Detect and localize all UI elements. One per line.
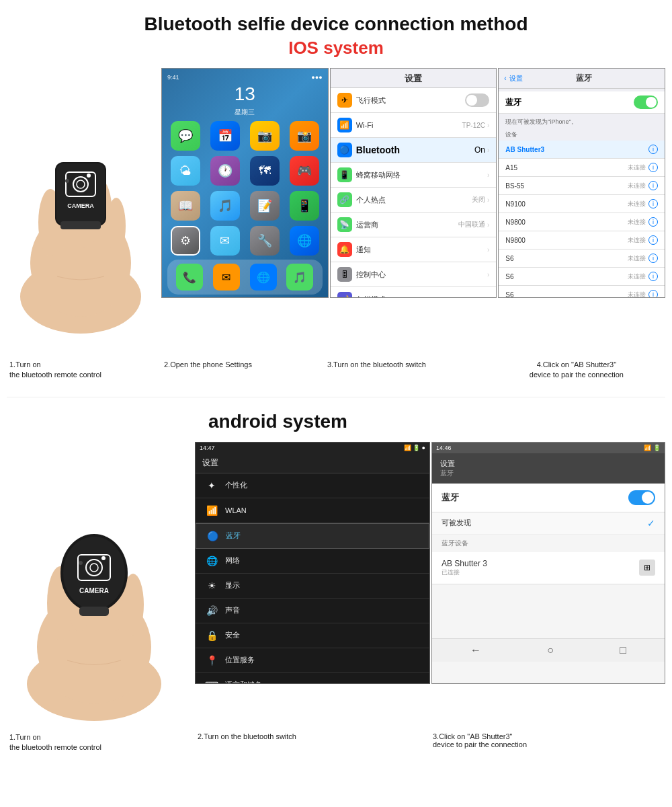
bt-back-label[interactable]: 设置 — [509, 74, 559, 83]
bt-n9800a-info[interactable]: i — [648, 217, 658, 227]
bt-main-toggle[interactable] — [634, 95, 658, 109]
android-bt-nav-home[interactable]: ○ — [547, 644, 554, 656]
settings-wifi[interactable]: 📶 Wi-Fi TP-12C › — [331, 113, 497, 138]
bt-device-bs55[interactable]: BS-55 未连接 i — [499, 177, 665, 195]
android-bt-nav-recent[interactable]: □ — [620, 644, 626, 656]
android-bt-ab-info: AB Shutter 3 已连接 — [442, 559, 639, 577]
android-bt-time: 14:46 — [436, 445, 452, 451]
android-row-sound[interactable]: 🔊 声音 — [196, 599, 429, 623]
app-music[interactable]: 🎵 — [210, 191, 240, 221]
bt-s6c-info[interactable]: i — [648, 290, 658, 297]
app-camera[interactable]: 📸 — [290, 121, 319, 151]
settings-notif[interactable]: 🔔 通知 › — [331, 237, 497, 262]
android-step1-line2: the bluetooth remote control — [9, 743, 101, 751]
dock-phone[interactable]: 📞 — [176, 264, 203, 291]
settings-bluetooth[interactable]: 🔵 Bluetooth On › — [331, 138, 497, 163]
carrier-label: 运营商 — [356, 220, 458, 230]
bt-main-toggle-row[interactable]: 蓝牙 — [499, 91, 665, 114]
settings-carrier[interactable]: 📡 运营商 中国联通 › — [331, 213, 497, 237]
android-bt-main-toggle[interactable] — [628, 490, 655, 505]
settings-control[interactable]: 🎛 控制中心 › — [331, 262, 497, 287]
settings-airplane[interactable]: ✈ 飞行模式 — [331, 88, 497, 113]
android-row-language[interactable]: ⌨ 语言和键盘 — [196, 673, 429, 684]
bt-a15-info[interactable]: i — [648, 163, 658, 172]
android-row-wlan[interactable]: 📶 WLAN — [196, 498, 429, 523]
bt-device-n9800b[interactable]: N9800 未连接 i — [499, 231, 665, 249]
app-game[interactable]: 🎮 — [290, 156, 319, 186]
settings-dnd[interactable]: 🌙 勿扰模式 › — [331, 287, 497, 297]
ios-step1-line2: the bluetooth remote control — [9, 371, 101, 379]
app-calendar[interactable]: 📅 — [210, 121, 240, 151]
android-row-display[interactable]: ☀ 显示 — [196, 574, 429, 599]
bt-n9800b-info[interactable]: i — [648, 235, 658, 245]
app-clock[interactable]: 🕐 — [210, 156, 240, 186]
notif-chevron: › — [487, 246, 489, 254]
app-messages[interactable]: 💬 — [171, 121, 200, 151]
bt-row-label: 蓝牙 — [226, 531, 241, 541]
app-mail[interactable]: ✉ — [210, 226, 240, 256]
mobile-icon: 📱 — [337, 167, 352, 182]
android-row-security[interactable]: 🔒 安全 — [196, 623, 429, 648]
bt-device-a15[interactable]: A15 未连接 i — [499, 159, 665, 177]
bluetooth-icon: 🔵 — [337, 143, 352, 157]
ios-hand-svg: CAMERA — [7, 68, 155, 337]
android-bt-nav-bar: ← ○ □ — [432, 638, 665, 662]
bt-bs55-info[interactable]: i — [648, 181, 658, 190]
app-extra2[interactable]: 🌐 — [290, 226, 319, 256]
settings-mobile[interactable]: 📱 蜂窝移动网络 › — [331, 163, 497, 188]
dock-safari[interactable]: 🌐 — [250, 264, 277, 291]
page-container: Bluetooth selfie device connection metho… — [0, 0, 672, 776]
android-settings-title: 设置 — [202, 458, 218, 467]
bt-n9100-info[interactable]: i — [648, 199, 658, 208]
android-bt-device-ab-shutter3[interactable]: AB Shutter 3 已连接 ⊞ — [432, 552, 665, 584]
airplane-toggle[interactable] — [465, 93, 489, 107]
android-step3-line2: device to pair the connection — [433, 740, 527, 748]
svg-text:CAMERA: CAMERA — [67, 202, 94, 209]
app-facetime[interactable]: 📱 — [290, 191, 319, 221]
bt-device-s6c[interactable]: S6 未连接 i — [499, 286, 665, 297]
android-captions: 1.Turn on the bluetooth remote control 2… — [7, 730, 665, 756]
app-notes[interactable]: 📝 — [250, 191, 280, 221]
network-icon: 🌐 — [205, 555, 218, 566]
ios-signal: ●●● — [311, 74, 322, 81]
app-photos[interactable]: 📷 — [250, 121, 280, 151]
bt-s6a-info[interactable]: i — [648, 254, 658, 263]
android-row-bluetooth[interactable]: 🔵 蓝牙 — [196, 523, 429, 549]
ios-bt-panel: ‹ 设置 蓝牙 蓝牙 现在可被发现为"iPhone"。 设备 — [499, 69, 665, 297]
bt-info-circle[interactable]: i — [648, 145, 658, 154]
android-bt-settings-label: 设置 — [440, 459, 657, 469]
settings-hotspot[interactable]: 🔗 个人热点 关闭 › — [331, 188, 497, 213]
android-bt-statusbar: 14:46 📶 🔋 — [432, 443, 665, 453]
bt-device-n9100[interactable]: N9100 未连接 i — [499, 195, 665, 213]
ios-caption-4: 4.Click on "AB Shutter3" device to pair … — [488, 357, 665, 383]
bt-device-s6b[interactable]: S6 未连接 i — [499, 268, 665, 286]
android-bt-toggle-row[interactable]: 蓝牙 — [432, 484, 665, 512]
bt-s6b-info[interactable]: i — [648, 272, 658, 281]
dock-music[interactable]: 🎵 — [286, 264, 313, 291]
android-row-personalize[interactable]: ✦ 个性化 — [196, 473, 429, 498]
svg-point-24 — [63, 537, 125, 609]
dock-mail[interactable]: ✉ — [213, 264, 240, 291]
android-bt-panel: 14:46 📶 🔋 设置 蓝牙 蓝牙 可被发现 — [431, 442, 665, 684]
app-maps[interactable]: 🗺 — [250, 156, 280, 186]
language-icon: ⌨ — [205, 680, 218, 684]
bt-device-s6a[interactable]: S6 未连接 i — [499, 249, 665, 268]
android-bt-nav-back[interactable]: ← — [470, 644, 481, 656]
android-ab-status: 已连接 — [442, 568, 639, 577]
bt-device-ab-shutter3[interactable]: AB Shutter3 i — [499, 141, 665, 159]
ios-status-bar: 9:41 ●●● — [165, 74, 325, 81]
android-section: CAMERA 14:47 📶 🔋 ● 设置 — [7, 442, 665, 727]
android-bt-discoverable: 可被发现 ✓ — [432, 512, 665, 535]
android-bt-connect-icon[interactable]: ⊞ — [639, 560, 655, 576]
app-settings-highlight[interactable]: ⚙ — [171, 226, 200, 256]
app-extra1[interactable]: 🔧 — [250, 226, 280, 256]
app-weather[interactable]: 🌤 — [171, 156, 200, 186]
hotspot-chevron: › — [487, 196, 489, 204]
wifi-icon: 📶 — [337, 118, 352, 132]
app-books[interactable]: 📖 — [171, 191, 200, 221]
android-row-network[interactable]: 🌐 网络 — [196, 549, 429, 574]
android-bt-header: 设置 蓝牙 — [432, 453, 665, 484]
android-row-location[interactable]: 📍 位置服务 — [196, 648, 429, 673]
bt-device-n9800a[interactable]: N9800 未连接 i — [499, 213, 665, 231]
mobile-chevron: › — [487, 171, 489, 179]
